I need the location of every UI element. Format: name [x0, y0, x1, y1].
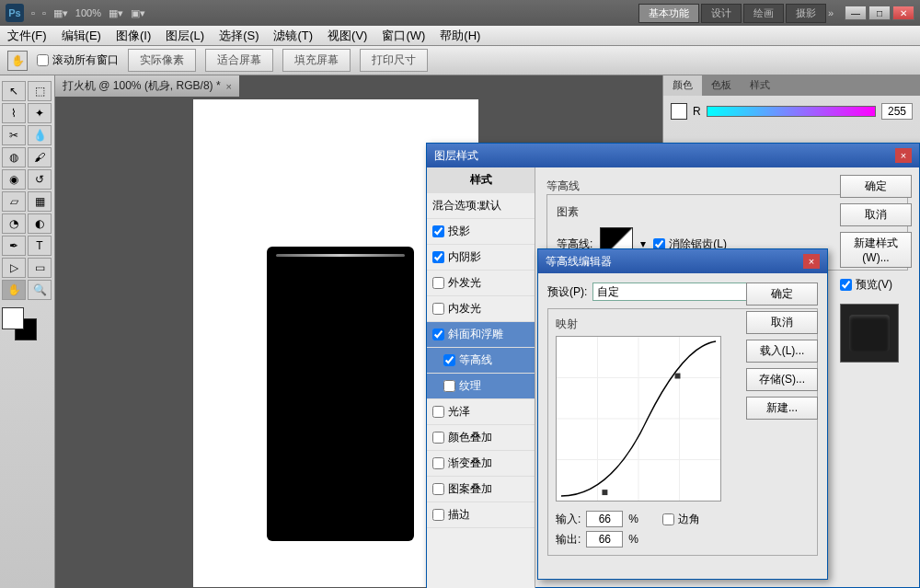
move-tool[interactable]: ↖ [2, 81, 26, 101]
marquee-tool[interactable]: ⬚ [28, 81, 52, 101]
mb-icon[interactable]: ▫ [42, 7, 46, 18]
path-tool[interactable]: ▷ [2, 258, 26, 278]
wand-tool[interactable]: ✦ [28, 103, 52, 123]
menu-bar: 文件(F) 编辑(E) 图像(I) 图层(L) 选择(S) 滤镜(T) 视图(V… [0, 26, 920, 46]
tab-style[interactable]: 样式 [741, 75, 779, 96]
curve-editor[interactable] [556, 336, 721, 502]
zoom-tool[interactable]: 🔍 [28, 280, 52, 300]
ls-cancel-button[interactable]: 取消 [840, 203, 912, 226]
r-slider[interactable] [707, 106, 876, 117]
dropshadow-item[interactable]: 投影 [427, 219, 535, 245]
ce-cancel-button[interactable]: 取消 [746, 311, 818, 334]
ce-load-button[interactable]: 载入(L)... [746, 340, 818, 363]
menu-file[interactable]: 文件(F) [7, 28, 47, 44]
fill-screen-button[interactable]: 填充屏幕 [282, 49, 351, 72]
menu-help[interactable]: 帮助(H) [440, 28, 480, 44]
menu-layer[interactable]: 图层(L) [166, 28, 204, 44]
scroll-all-checkbox[interactable]: 滚动所有窗口 [37, 52, 119, 68]
eraser-tool[interactable]: ▱ [2, 191, 26, 212]
menu-image[interactable]: 图像(I) [116, 28, 151, 44]
shape-tool[interactable]: ▭ [28, 258, 52, 278]
styles-list: 样式 混合选项:默认 投影 内阴影 外发光 内发光 斜面和浮雕 等高线 纹理 光… [427, 167, 535, 588]
gradoverlay-item[interactable]: 渐变叠加 [427, 451, 535, 477]
close-button[interactable]: ✕ [892, 6, 914, 20]
input-label: 输入: [556, 512, 581, 527]
contour-sub-item[interactable]: 等高线 [427, 348, 535, 374]
menu-select[interactable]: 选择(S) [219, 28, 259, 44]
eyedropper-tool[interactable]: 💧 [28, 125, 52, 145]
innershadow-item[interactable]: 内阴影 [427, 245, 535, 271]
outerglow-item[interactable]: 外发光 [427, 271, 535, 296]
more-icon[interactable]: » [828, 7, 834, 18]
preview-checkbox[interactable]: 预览(V) [840, 277, 912, 293]
type-tool[interactable]: T [28, 236, 52, 256]
output-value-field[interactable] [586, 531, 623, 548]
gradient-tool[interactable]: ▦ [28, 191, 52, 212]
minimize-button[interactable]: — [845, 6, 867, 20]
color-swatch[interactable] [2, 307, 39, 340]
ce-new-button[interactable]: 新建... [746, 397, 818, 420]
workspace-design[interactable]: 设计 [701, 4, 742, 23]
texture-sub-item[interactable]: 纹理 [427, 374, 535, 399]
contour-editor-titlebar[interactable]: 等高线编辑器 × [538, 249, 827, 273]
pen-tool[interactable]: ✒ [2, 236, 26, 256]
history-tool[interactable]: ↺ [28, 169, 52, 190]
ce-ok-button[interactable]: 确定 [746, 282, 818, 306]
layer-style-titlebar[interactable]: 图层样式 × [427, 144, 919, 167]
layer-style-close-icon[interactable]: × [895, 148, 912, 163]
r-value-input[interactable] [881, 103, 913, 120]
lasso-tool[interactable]: ⌇ [2, 103, 26, 123]
workspace-basic[interactable]: 基本功能 [638, 4, 699, 23]
tab-color[interactable]: 颜色 [663, 75, 702, 96]
brush-tool[interactable]: 🖌 [28, 147, 52, 167]
menu-edit[interactable]: 编辑(E) [62, 28, 101, 44]
contour-editor-dialog: 等高线编辑器 × 预设(P): 自定 映射 输入: [537, 248, 828, 580]
fit-screen-button[interactable]: 适合屏幕 [205, 49, 273, 72]
corner-checkbox[interactable]: 边角 [662, 512, 700, 527]
styles-header[interactable]: 样式 [427, 167, 535, 193]
view-icon[interactable]: ▦▾ [109, 7, 123, 19]
hand-tool-icon[interactable]: ✋ [7, 51, 28, 71]
document-tab[interactable]: 打火机 @ 100% (机身, RGB/8) *× [55, 75, 239, 97]
menu-filter[interactable]: 滤镜(T) [273, 28, 313, 44]
print-size-button[interactable]: 打印尺寸 [360, 49, 428, 72]
menu-window[interactable]: 窗口(W) [382, 28, 425, 44]
hand-tool[interactable]: ✋ [2, 280, 26, 300]
toolbox: ↖⬚ ⌇✦ ✂💧 ◍🖌 ◉↺ ▱▦ ◔◐ ✒T ▷▭ ✋🔍 [0, 75, 55, 588]
bevel-item[interactable]: 斜面和浮雕 [427, 322, 535, 348]
output-label: 输出: [556, 532, 581, 548]
ps-logo: Ps [6, 4, 24, 22]
blend-options-item[interactable]: 混合选项:默认 [427, 193, 535, 219]
menu-view[interactable]: 视图(V) [328, 28, 367, 44]
heal-tool[interactable]: ◍ [2, 147, 26, 167]
actual-pixels-button[interactable]: 实际像素 [128, 49, 196, 72]
innerglow-item[interactable]: 内发光 [427, 296, 535, 322]
dodge-tool[interactable]: ◐ [28, 213, 52, 234]
tab-swatch[interactable]: 色板 [702, 75, 741, 96]
svg-rect-6 [602, 490, 607, 495]
coloroverlay-item[interactable]: 颜色叠加 [427, 425, 535, 451]
input-value-field[interactable] [586, 511, 623, 527]
patoverlay-item[interactable]: 图案叠加 [427, 477, 535, 502]
screen-icon[interactable]: ▣▾ [131, 7, 145, 19]
ls-ok-button[interactable]: 确定 [840, 175, 912, 198]
fg-color-box[interactable] [671, 103, 687, 120]
title-bar: Ps ▫ ▫ ▦▾ 100% ▦▾ ▣▾ 基本功能 设计 绘画 摄影 » — □… [0, 0, 920, 26]
satin-item[interactable]: 光泽 [427, 399, 535, 425]
blur-tool[interactable]: ◔ [2, 213, 26, 234]
zoom-level[interactable]: 100% [75, 7, 101, 18]
ls-newstyle-button[interactable]: 新建样式(W)... [840, 232, 912, 268]
crop-tool[interactable]: ✂ [2, 125, 26, 145]
contour-editor-close-icon[interactable]: × [803, 254, 820, 269]
br-icon[interactable]: ▫ [31, 7, 35, 18]
ce-save-button[interactable]: 存储(S)... [746, 368, 818, 391]
lighter-shape [267, 247, 414, 541]
workspace-paint[interactable]: 绘画 [743, 4, 784, 23]
workspace-photo[interactable]: 摄影 [786, 4, 826, 23]
stamp-tool[interactable]: ◉ [2, 169, 26, 190]
preview-thumbnail [840, 304, 899, 363]
layout-icon[interactable]: ▦▾ [53, 7, 68, 19]
maximize-button[interactable]: □ [868, 6, 891, 20]
close-tab-icon[interactable]: × [226, 81, 232, 92]
stroke-item[interactable]: 描边 [427, 502, 535, 528]
